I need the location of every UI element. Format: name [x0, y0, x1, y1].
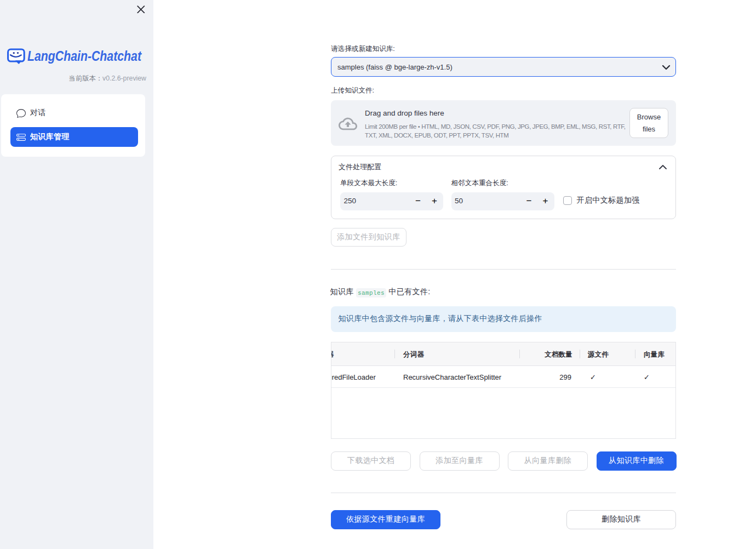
svg-text:LangChain-Chatchat: LangChain-Chatchat	[27, 48, 142, 64]
